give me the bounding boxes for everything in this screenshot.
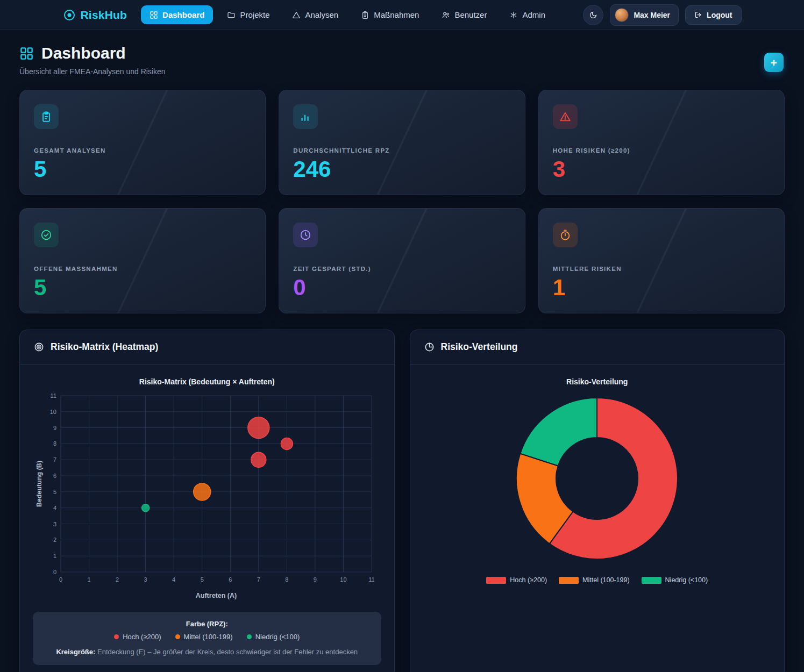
legend-item-hoch: Hoch (≥200) bbox=[114, 633, 161, 641]
moon-icon bbox=[589, 11, 597, 19]
stat-label: GESAMT ANALYSEN bbox=[34, 147, 251, 154]
svg-text:0: 0 bbox=[53, 569, 56, 575]
folder-icon bbox=[227, 11, 236, 19]
stat-card-hohe-risiken: HOHE RISIKEN (≥200) 3 bbox=[538, 90, 785, 195]
brand-name: RiskHub bbox=[81, 9, 127, 22]
svg-text:10: 10 bbox=[340, 576, 346, 583]
svg-text:11: 11 bbox=[368, 576, 374, 583]
svg-text:2: 2 bbox=[53, 537, 56, 543]
legend-item-mittel: Mittel (100-199) bbox=[175, 633, 233, 641]
stat-label: MITTLERE RISIKEN bbox=[553, 266, 770, 272]
legend-label: Mittel (100-199) bbox=[184, 633, 233, 641]
target-icon bbox=[34, 342, 44, 352]
stat-card-durchschnittliche-rpz: DURCHSCHNITTLICHE RPZ 246 bbox=[279, 90, 525, 195]
logout-label: Logout bbox=[707, 11, 732, 19]
chart-panels: Risiko-Matrix (Heatmap) Risiko-Matrix (B… bbox=[19, 330, 785, 672]
page-header: Dashboard Übersicht aller FMEA-Analysen … bbox=[19, 44, 785, 76]
theme-toggle-button[interactable] bbox=[583, 5, 603, 25]
svg-text:7: 7 bbox=[257, 576, 260, 583]
nav-massnahmen[interactable]: Maßnahmen bbox=[352, 5, 428, 24]
clipboard-icon bbox=[34, 104, 59, 129]
logout-icon bbox=[694, 11, 702, 19]
stat-value: 5 bbox=[34, 158, 251, 181]
nav-label: Analysen bbox=[305, 10, 338, 19]
svg-text:10: 10 bbox=[50, 409, 56, 415]
risk-distribution-chart[interactable] bbox=[513, 395, 681, 562]
svg-text:3: 3 bbox=[144, 576, 147, 583]
svg-text:Auftreten (A): Auftreten (A) bbox=[196, 592, 237, 599]
risk-matrix-chart[interactable]: 0123456789101101234567891011Auftreten (A… bbox=[33, 388, 381, 604]
svg-text:6: 6 bbox=[229, 576, 232, 583]
navbar: RiskHub Dashboard Projekte Analysen Maßn… bbox=[0, 0, 804, 30]
svg-text:4: 4 bbox=[172, 576, 175, 583]
stat-value: 246 bbox=[293, 158, 510, 181]
svg-text:2: 2 bbox=[116, 576, 119, 583]
stat-card-gesamt-analysen: GESAMT ANALYSEN 5 bbox=[19, 90, 266, 195]
svg-text:Bedeutung (B): Bedeutung (B) bbox=[35, 461, 43, 507]
donut-legend-item[interactable]: Mittel (100-199) bbox=[559, 576, 630, 584]
nav-projekte[interactable]: Projekte bbox=[218, 5, 278, 24]
svg-text:9: 9 bbox=[314, 576, 317, 583]
svg-text:8: 8 bbox=[285, 576, 288, 583]
nav-label: Dashboard bbox=[162, 10, 204, 19]
nav-dashboard[interactable]: Dashboard bbox=[141, 5, 213, 24]
avatar bbox=[615, 8, 629, 22]
nav-benutzer[interactable]: Benutzer bbox=[433, 5, 495, 24]
check-circle-icon bbox=[34, 223, 59, 247]
svg-text:4: 4 bbox=[53, 505, 56, 511]
panel-title: Risiko-Verteilung bbox=[441, 341, 518, 353]
nav-label: Admin bbox=[522, 10, 545, 19]
donut-chart-title: Risiko-Verteilung bbox=[566, 377, 628, 386]
legend-label: Hoch (≥200) bbox=[123, 633, 161, 641]
stat-card-zeit-gespart: ZEIT GESPART (STD.) 0 bbox=[279, 208, 525, 313]
dashboard-page: Dashboard Übersicht aller FMEA-Analysen … bbox=[0, 30, 804, 672]
legend-dot-niedrig bbox=[247, 634, 252, 639]
page-subtitle: Übersicht aller FMEA-Analysen und Risike… bbox=[19, 67, 785, 76]
legend-dot-hoch bbox=[114, 634, 119, 639]
nav-admin[interactable]: Admin bbox=[501, 5, 554, 24]
matrix-legend: Farbe (RPZ): Hoch (≥200) Mittel (100-199… bbox=[33, 612, 381, 665]
stats-grid: GESAMT ANALYSEN 5 DURCHSCHNITTLICHE RPZ … bbox=[19, 90, 785, 313]
main-nav: Dashboard Projekte Analysen Maßnahmen Be… bbox=[141, 5, 569, 24]
users-icon bbox=[442, 11, 450, 19]
legend-note-text: Entdeckung (E) – Je größer der Kreis, de… bbox=[97, 648, 358, 656]
user-menu[interactable]: Max Meier bbox=[610, 4, 679, 26]
risk-distribution-panel: Risiko-Verteilung Risiko-Verteilung Hoch… bbox=[410, 330, 785, 672]
add-button[interactable]: + bbox=[764, 53, 784, 72]
nav-label: Benutzer bbox=[454, 10, 487, 19]
stat-label: OFFENE MASSNAHMEN bbox=[34, 266, 251, 272]
scatter-chart-title: Risiko-Matrix (Bedeutung × Auftreten) bbox=[33, 377, 381, 386]
user-name: Max Meier bbox=[634, 11, 670, 19]
legend-heading: Farbe (RPZ): bbox=[41, 620, 373, 628]
stat-label: ZEIT GESPART (STD.) bbox=[293, 266, 510, 272]
brand[interactable]: RiskHub bbox=[63, 9, 127, 22]
page-title: Dashboard bbox=[41, 44, 126, 62]
donut-legend: Hoch (≥200)Mittel (100-199)Niedrig (<100… bbox=[486, 576, 708, 584]
stat-value: 5 bbox=[34, 276, 251, 299]
svg-text:1: 1 bbox=[87, 576, 90, 583]
stat-value: 1 bbox=[553, 276, 770, 299]
svg-text:8: 8 bbox=[53, 440, 56, 447]
legend-note: Kreisgröße: Entdeckung (E) – Je größer d… bbox=[41, 648, 373, 656]
stopwatch-icon bbox=[553, 223, 578, 247]
stat-label: HOHE RISIKEN (≥200) bbox=[553, 147, 770, 154]
stat-label: DURCHSCHNITTLICHE RPZ bbox=[293, 147, 510, 154]
nav-label: Projekte bbox=[240, 10, 269, 19]
donut-legend-item[interactable]: Hoch (≥200) bbox=[486, 576, 547, 584]
risk-matrix-panel: Risiko-Matrix (Heatmap) Risiko-Matrix (B… bbox=[19, 330, 395, 672]
svg-text:9: 9 bbox=[53, 425, 56, 431]
logout-button[interactable]: Logout bbox=[685, 5, 741, 25]
donut-legend-item[interactable]: Niedrig (<100) bbox=[642, 576, 708, 584]
nav-analysen[interactable]: Analysen bbox=[283, 5, 347, 24]
alert-triangle-icon bbox=[553, 104, 578, 129]
svg-text:5: 5 bbox=[53, 489, 56, 495]
asterisk-icon bbox=[509, 11, 518, 19]
legend-label: Niedrig (<100) bbox=[255, 633, 300, 641]
clock-icon bbox=[293, 223, 318, 247]
svg-text:1: 1 bbox=[53, 553, 56, 559]
pie-chart-icon bbox=[424, 342, 435, 352]
svg-text:6: 6 bbox=[53, 473, 56, 479]
clipboard-icon bbox=[361, 11, 369, 19]
dashboard-grid-icon bbox=[19, 46, 34, 61]
riskhub-logo-icon bbox=[63, 9, 76, 22]
